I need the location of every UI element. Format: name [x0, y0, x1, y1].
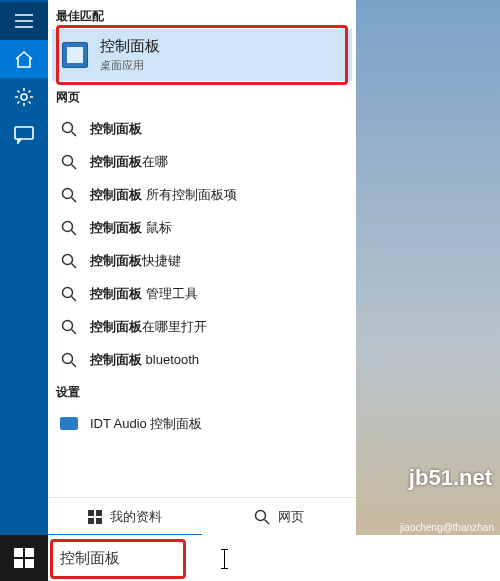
- svg-rect-13: [96, 518, 102, 524]
- svg-rect-12: [88, 518, 94, 524]
- web-result-3[interactable]: 控制面板 鼠标: [54, 211, 350, 244]
- svg-point-8: [63, 320, 73, 330]
- search-box[interactable]: [48, 535, 500, 581]
- search-icon: [58, 121, 80, 137]
- svg-point-4: [63, 188, 73, 198]
- search-icon: [58, 253, 80, 269]
- tab-web[interactable]: 网页: [202, 498, 356, 535]
- web-result-7[interactable]: 控制面板 bluetooth: [54, 343, 350, 376]
- control-panel-icon: [62, 42, 88, 68]
- best-match-subtitle: 桌面应用: [100, 59, 144, 71]
- svg-point-7: [63, 287, 73, 297]
- svg-point-9: [63, 353, 73, 363]
- desktop-root: 最佳匹配 控制面板 桌面应用 网页 控制面板控制面板在哪控制面板 所有控制面板项…: [0, 0, 500, 581]
- search-input[interactable]: [60, 550, 488, 567]
- watermark-large: jb51.net: [409, 465, 492, 491]
- search-icon: [58, 154, 80, 170]
- svg-point-6: [63, 254, 73, 264]
- settings-results-list: IDT Audio 控制面板: [48, 405, 356, 440]
- best-match-title: 控制面板: [100, 37, 160, 55]
- web-result-2[interactable]: 控制面板 所有控制面板项: [54, 178, 350, 211]
- web-result-label: 控制面板 bluetooth: [90, 351, 199, 369]
- web-result-1[interactable]: 控制面板在哪: [54, 145, 350, 178]
- svg-point-5: [63, 221, 73, 231]
- web-results-list: 控制面板控制面板在哪控制面板 所有控制面板项控制面板 鼠标控制面板快捷键控制面板…: [48, 110, 356, 376]
- svg-rect-1: [15, 127, 33, 139]
- search-icon: [58, 352, 80, 368]
- section-best-match: 最佳匹配: [48, 0, 356, 29]
- web-result-label: 控制面板在哪里打开: [90, 318, 207, 336]
- cortana-sidebar: [0, 0, 48, 581]
- web-result-label: 控制面板在哪: [90, 153, 168, 171]
- search-bar: [48, 535, 500, 581]
- web-result-0[interactable]: 控制面板: [54, 112, 350, 145]
- settings-result-idt-audio[interactable]: IDT Audio 控制面板: [54, 407, 350, 440]
- text-cursor-icon: [224, 549, 225, 569]
- watermark-small: jiaocheng@thanzhan: [400, 522, 494, 533]
- search-results-panel: 最佳匹配 控制面板 桌面应用 网页 控制面板控制面板在哪控制面板 所有控制面板项…: [48, 0, 356, 497]
- web-result-5[interactable]: 控制面板 管理工具: [54, 277, 350, 310]
- gear-icon[interactable]: [0, 78, 48, 116]
- search-icon: [58, 319, 80, 335]
- web-result-label: 控制面板 所有控制面板项: [90, 186, 237, 204]
- section-settings: 设置: [48, 376, 356, 405]
- web-result-4[interactable]: 控制面板快捷键: [54, 244, 350, 277]
- home-icon[interactable]: [0, 40, 48, 78]
- search-icon: [254, 509, 270, 525]
- svg-rect-10: [88, 510, 94, 516]
- windows-small-icon: [88, 510, 102, 524]
- search-icon: [58, 220, 80, 236]
- svg-point-14: [256, 510, 266, 520]
- svg-point-3: [63, 155, 73, 165]
- svg-point-0: [21, 94, 27, 100]
- section-web: 网页: [48, 81, 356, 110]
- search-icon: [58, 187, 80, 203]
- web-result-label: 控制面板快捷键: [90, 252, 181, 270]
- audio-icon: [58, 417, 80, 430]
- web-result-label: 控制面板 鼠标: [90, 219, 172, 237]
- search-icon: [58, 286, 80, 302]
- best-match-control-panel[interactable]: 控制面板 桌面应用: [52, 29, 352, 81]
- feedback-icon[interactable]: [0, 116, 48, 154]
- tab-my-stuff-label: 我的资料: [110, 508, 162, 526]
- hamburger-icon[interactable]: [0, 2, 48, 40]
- windows-logo-icon: [14, 548, 34, 568]
- search-tabs: 我的资料 网页: [48, 497, 356, 535]
- svg-rect-11: [96, 510, 102, 516]
- best-match-container: 控制面板 桌面应用: [52, 29, 352, 81]
- settings-result-label: IDT Audio 控制面板: [90, 415, 202, 433]
- tab-my-stuff[interactable]: 我的资料: [48, 498, 202, 535]
- web-result-label: 控制面板 管理工具: [90, 285, 198, 303]
- start-button[interactable]: [0, 535, 48, 581]
- tab-web-label: 网页: [278, 508, 304, 526]
- web-result-label: 控制面板: [90, 120, 142, 138]
- web-result-6[interactable]: 控制面板在哪里打开: [54, 310, 350, 343]
- svg-point-2: [63, 122, 73, 132]
